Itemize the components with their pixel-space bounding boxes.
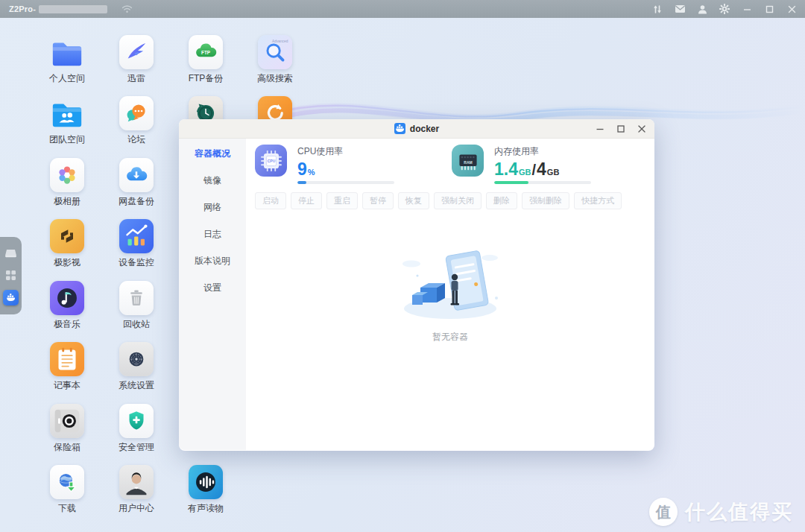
ram-chip-icon: RAM (452, 145, 484, 177)
icon-label: 极音乐 (33, 320, 101, 329)
icon-label: 系统设置 (102, 381, 171, 390)
icon-label: 迅雷 (102, 74, 171, 83)
memory-progress-bar (494, 181, 591, 184)
window-close-button[interactable] (637, 124, 647, 134)
force-delete-button[interactable]: 强制删除 (522, 192, 569, 209)
sidebar-item-images[interactable]: 镜像 (179, 167, 246, 194)
start-button[interactable]: 启动 (255, 192, 286, 209)
icon-label: 下载 (33, 504, 101, 513)
photo-album-icon (50, 158, 84, 192)
desktop-app-personal-space[interactable]: 个人空间 (33, 35, 101, 83)
icon-label: 个人空间 (33, 74, 101, 83)
system-settings-icon (119, 342, 154, 376)
window-maximize-button[interactable] (616, 124, 626, 134)
desktop-app-user-center[interactable]: 用户中心 (102, 465, 171, 513)
desktop-app-forum[interactable]: 论坛 (102, 96, 171, 145)
empty-state-text: 暂无容器 (391, 331, 510, 343)
desktop-app-recycle-bin[interactable]: 回收站 (102, 281, 171, 329)
icon-label: 极影视 (33, 258, 101, 267)
safe-box-icon (50, 404, 84, 438)
cpu-usage-stat: CPU CPU使用率 9 % (255, 145, 394, 184)
restart-button[interactable]: 重启 (326, 192, 358, 209)
pause-button[interactable]: 暂停 (362, 192, 394, 209)
sidebar-item-logs[interactable]: 日志 (179, 221, 246, 247)
memory-separator: / (531, 162, 536, 179)
icon-label: 保险箱 (33, 443, 101, 452)
security-icon (119, 404, 154, 438)
apps-grid-icon[interactable] (4, 268, 19, 283)
delete-button[interactable]: 删除 (486, 192, 517, 209)
movies-icon (50, 219, 84, 253)
edge-dock (0, 237, 22, 314)
memory-used-value: 1.4 (494, 159, 518, 180)
memory-total-value: 4 (537, 159, 546, 180)
docker-icon[interactable] (3, 290, 19, 305)
recycle-bin-icon (119, 281, 154, 315)
svg-text:FTP: FTP (201, 50, 210, 55)
force-close-button[interactable]: 强制关闭 (434, 192, 482, 209)
desktop-app-notepad[interactable]: 记事本 (33, 342, 101, 390)
desktop-app-ftp-backup[interactable]: FTP FTP备份 (171, 35, 240, 83)
icon-label: 网盘备份 (102, 197, 171, 206)
team-space-folder-icon (50, 96, 84, 130)
desktop-app-download[interactable]: 下载 (33, 465, 101, 513)
cpu-chip-icon: CPU (255, 145, 287, 177)
cpu-usage-value: 9 (297, 159, 307, 180)
desktop-app-device-monitor[interactable]: 设备监控 (102, 219, 171, 267)
close-icon[interactable] (786, 3, 798, 15)
advanced-search-icon: Advanced (258, 35, 292, 69)
icon-label: 回收站 (102, 320, 171, 329)
container-actions-toolbar: 启动 停止 重启 暂停 恢复 强制关闭 删除 强制删除 快捷方式 (255, 192, 622, 209)
device-monitor-icon (119, 219, 154, 253)
sidebar-item-release-notes[interactable]: 版本说明 (179, 247, 246, 274)
icon-label: 有声读物 (171, 504, 240, 513)
docker-window-icon (394, 123, 405, 134)
desktop-app-cloud-backup[interactable]: 网盘备份 (102, 158, 171, 206)
cpu-progress-bar (297, 181, 394, 184)
desktop-app-movies[interactable]: 极影视 (33, 219, 101, 267)
empty-containers-illustration (391, 241, 510, 323)
resume-button[interactable]: 恢复 (398, 192, 429, 209)
stop-button[interactable]: 停止 (291, 192, 322, 209)
system-top-bar: Z2Pro- (0, 0, 805, 18)
icon-label: 团队空间 (33, 135, 101, 145)
sidebar-item-container-overview[interactable]: 容器概况 (179, 140, 246, 167)
sidebar-item-settings[interactable]: 设置 (179, 274, 246, 301)
desktop-app-safe-box[interactable]: 保险箱 (33, 404, 101, 452)
device-name: Z2Pro- (9, 4, 36, 13)
settings-icon[interactable] (719, 3, 730, 15)
mail-icon[interactable] (674, 3, 686, 15)
transfer-icon[interactable] (651, 3, 663, 15)
desktop-app-system-settings[interactable]: 系统设置 (102, 342, 171, 390)
window-titlebar[interactable]: docker (179, 119, 654, 139)
audiobook-icon (189, 465, 223, 499)
sidebar-item-network[interactable]: 网络 (179, 194, 246, 221)
memory-total-unit: GB (547, 168, 560, 177)
desktop-app-thunder[interactable]: 迅雷 (102, 35, 171, 83)
window-minimize-button[interactable] (595, 124, 605, 134)
music-icon (50, 281, 84, 315)
icon-label: 记事本 (33, 381, 101, 390)
docker-main-panel: CPU CPU使用率 9 % (246, 139, 654, 450)
desktop-app-team-space[interactable]: 团队空间 (33, 96, 101, 145)
user-icon[interactable] (696, 3, 708, 15)
shortcut-button[interactable]: 快捷方式 (574, 192, 622, 209)
watermark-text: 什么值得买 (685, 498, 793, 525)
wifi-icon[interactable] (121, 3, 133, 15)
desktop-app-photo-album[interactable]: 极相册 (33, 158, 101, 206)
watermark-badge: 值 (649, 498, 678, 526)
icon-label: FTP备份 (171, 74, 240, 83)
desktop-app-advanced-search[interactable]: Advanced 高级搜索 (241, 35, 309, 83)
icon-label: 设备监控 (102, 258, 171, 267)
window-title: docker (410, 124, 439, 134)
svg-text:RAM: RAM (464, 159, 472, 164)
desktop-icon[interactable] (4, 247, 19, 262)
maximize-icon[interactable] (763, 3, 775, 15)
memory-usage-stat: RAM 内存使用率 1.4 GB / 4 GB (452, 145, 591, 184)
cpu-usage-label: CPU使用率 (297, 145, 394, 158)
desktop-app-security[interactable]: 安全管理 (102, 404, 171, 452)
desktop-app-music[interactable]: 极音乐 (33, 281, 101, 329)
desktop-app-audiobook[interactable]: 有声读物 (171, 465, 240, 513)
minimize-icon[interactable] (741, 3, 753, 15)
memory-usage-label: 内存使用率 (494, 145, 591, 158)
